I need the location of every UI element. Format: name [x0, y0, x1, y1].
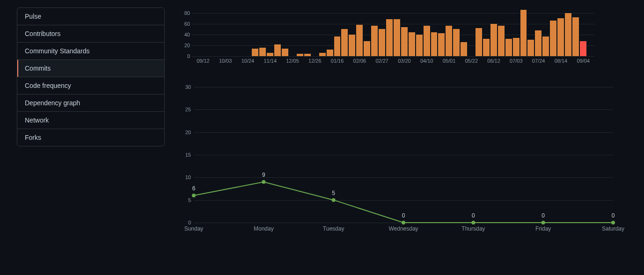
- commit-bar[interactable]: [453, 29, 460, 56]
- commit-bar[interactable]: [371, 26, 378, 56]
- sidebar-item-label: Contributors: [25, 30, 60, 37]
- commit-bar[interactable]: [498, 26, 505, 56]
- commit-bar[interactable]: [505, 39, 512, 56]
- bar-x-tick-label: 12/05: [281, 58, 304, 64]
- commit-bar[interactable]: [349, 35, 355, 56]
- bar-y-tick-label: 40: [184, 32, 190, 37]
- bar-y-tick-label: 20: [184, 43, 190, 48]
- bar-x-tick-label: 10/03: [214, 58, 237, 64]
- commit-bar[interactable]: [520, 10, 527, 56]
- bar-x-tick-label: 10/24: [237, 58, 259, 64]
- bar-x-tick-label: 02/06: [348, 58, 371, 64]
- commit-bar[interactable]: [461, 42, 467, 56]
- commit-bar[interactable]: [580, 41, 586, 56]
- bar-x-tick-label: 05/22: [460, 58, 483, 64]
- sidebar-item-label: Dependency graph: [25, 99, 80, 107]
- line-point[interactable]: [262, 180, 265, 184]
- commit-bar[interactable]: [304, 54, 311, 56]
- commit-bar[interactable]: [446, 26, 452, 56]
- commit-bar[interactable]: [259, 48, 266, 56]
- bar-x-tick-label: 07/03: [505, 58, 527, 64]
- sidebar-item-label: Commits: [25, 65, 51, 72]
- commit-bar[interactable]: [572, 17, 579, 56]
- commit-bar[interactable]: [341, 29, 348, 56]
- insights-main: 020406080 09/1210/0310/2411/1412/0512/26…: [165, 7, 644, 241]
- sidebar-item-code-frequency[interactable]: Code frequency: [17, 77, 164, 94]
- commits-by-day-line-chart: 0510152025306950000 SundayMondayTuesdayW…: [183, 87, 613, 241]
- commit-bar[interactable]: [356, 25, 363, 56]
- commit-bar[interactable]: [550, 21, 556, 56]
- commit-bar[interactable]: [386, 19, 393, 56]
- line-x-tick: Sunday: [184, 225, 204, 232]
- commit-bar[interactable]: [424, 26, 430, 56]
- commit-bar[interactable]: [565, 13, 571, 56]
- line-y-tick-label: 10: [185, 174, 191, 180]
- commit-bar[interactable]: [535, 30, 542, 56]
- line-x-tick-label: Saturday: [602, 225, 624, 232]
- commit-bar[interactable]: [282, 49, 288, 56]
- bar-x-tick-label: 08/14: [550, 58, 572, 64]
- line-point[interactable]: [611, 221, 615, 224]
- commit-bar[interactable]: [542, 36, 549, 56]
- commit-bar[interactable]: [438, 33, 445, 56]
- sidebar-item-label: Pulse: [25, 13, 41, 20]
- commit-bar[interactable]: [274, 44, 281, 56]
- line-point[interactable]: [332, 198, 336, 202]
- line-point[interactable]: [402, 221, 405, 224]
- line-y-tick-label: 25: [185, 107, 191, 112]
- sidebar-item-label: Code frequency: [25, 82, 71, 89]
- line-point-label: 9: [262, 172, 265, 178]
- sidebar-item-forks[interactable]: Forks: [17, 129, 164, 146]
- line-point[interactable]: [542, 221, 545, 224]
- commit-bar[interactable]: [394, 19, 400, 56]
- line-y-tick-label: 30: [185, 84, 191, 90]
- bar-gridline: [192, 56, 594, 57]
- line-point[interactable]: [192, 194, 196, 197]
- line-x-tick-label: Friday: [535, 225, 551, 232]
- sidebar-item-commits[interactable]: Commits: [17, 60, 164, 77]
- line-x-tick-label: Wednesday: [388, 225, 418, 232]
- commit-bar[interactable]: [483, 39, 490, 56]
- line-y-tick-label: 15: [185, 152, 191, 158]
- commit-bar[interactable]: [319, 53, 326, 56]
- bar-x-tick-label: 04/10: [416, 58, 438, 64]
- commit-bar[interactable]: [297, 54, 303, 56]
- commit-bar[interactable]: [334, 36, 341, 56]
- sidebar-item-contributors[interactable]: Contributors: [17, 25, 164, 43]
- bar-y-tick-label: 60: [184, 21, 190, 27]
- line-x-tick: Wednesday: [388, 225, 418, 232]
- commit-bar[interactable]: [267, 53, 273, 56]
- line-x-tick: Thursday: [461, 225, 485, 232]
- bar-x-tick-label: 02/27: [371, 58, 393, 64]
- sidebar-item-community-standards[interactable]: Community Standards: [17, 43, 164, 60]
- line-point[interactable]: [471, 221, 475, 224]
- commit-bar[interactable]: [364, 41, 370, 56]
- sidebar-item-label: Community Standards: [25, 47, 90, 55]
- line-point-label: 6: [192, 185, 196, 192]
- bar-x-tick-label: 09/04: [572, 58, 594, 64]
- commit-bar[interactable]: [527, 40, 534, 56]
- commit-bar[interactable]: [557, 18, 564, 56]
- commit-bar[interactable]: [252, 49, 258, 56]
- bar-x-tick-label: 03/20: [393, 58, 416, 64]
- line-x-tick-label: Sunday: [184, 225, 204, 232]
- sidebar-item-dependency-graph[interactable]: Dependency graph: [17, 94, 164, 112]
- bar-y-tick-label: 0: [187, 53, 190, 59]
- commit-bar[interactable]: [401, 27, 408, 56]
- commit-bar[interactable]: [416, 35, 423, 56]
- commit-bar[interactable]: [431, 32, 438, 56]
- line-x-tick-label: Thursday: [461, 225, 485, 232]
- commit-bar[interactable]: [327, 50, 333, 56]
- commit-bar[interactable]: [409, 32, 415, 56]
- commit-bar[interactable]: [379, 29, 385, 56]
- commit-bar[interactable]: [490, 24, 497, 56]
- line-point-label: 5: [332, 190, 335, 196]
- line-point-label: 0: [612, 212, 615, 219]
- bar-x-tick-label: 09/12: [192, 58, 214, 64]
- commit-bar[interactable]: [513, 38, 520, 56]
- commit-bar[interactable]: [476, 28, 482, 56]
- line-y-tick-label: 5: [188, 197, 191, 203]
- sidebar-item-network[interactable]: Network: [17, 112, 164, 129]
- sidebar-item-pulse[interactable]: Pulse: [17, 8, 164, 25]
- bar-x-tick-label: 01/16: [326, 58, 349, 64]
